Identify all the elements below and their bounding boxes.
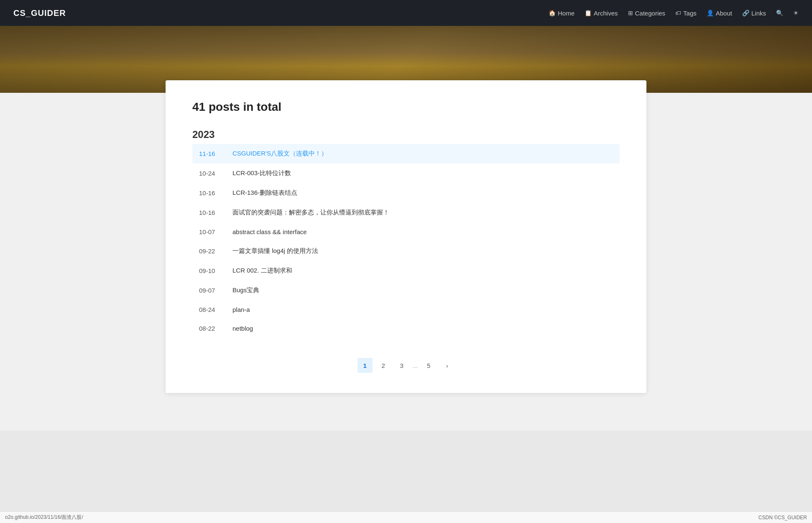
status-url: o2o.github.io/2023/11/16/面渣八股/ xyxy=(5,514,83,521)
nav-item-home[interactable]: 🏠 Home xyxy=(549,10,575,17)
categories-icon: ⊞ xyxy=(628,10,633,16)
nav-link-tags[interactable]: 🏷 Tags xyxy=(675,10,697,17)
search-icon: 🔍 xyxy=(776,10,783,16)
post-item[interactable]: 08-24plan-a xyxy=(192,300,620,319)
post-date: 08-22 xyxy=(199,325,232,332)
post-item[interactable]: 10-07abstract class && interface xyxy=(192,222,620,241)
post-list: 11-16CSGUIDER'S八股文（连载中！）10-24LCR-003-比特位… xyxy=(192,144,620,338)
nav-link-archives[interactable]: 📋 Archives xyxy=(585,10,618,17)
content-card: 41 posts in total 2023 11-16CSGUIDER'S八股… xyxy=(166,80,646,393)
post-date: 08-24 xyxy=(199,306,232,313)
about-icon: 👤 xyxy=(707,10,714,16)
nav-link-theme[interactable]: ☀ xyxy=(793,10,799,16)
post-title[interactable]: Bugs宝典 xyxy=(232,286,259,294)
post-item[interactable]: 09-07Bugs宝典 xyxy=(192,281,620,300)
nav-item-search[interactable]: 🔍 xyxy=(776,10,783,16)
nav-label-tags: Tags xyxy=(683,10,697,17)
pagination: 1 2 3 ... 5 › xyxy=(192,358,620,373)
post-title[interactable]: abstract class && interface xyxy=(232,228,307,235)
nav-link-home[interactable]: 🏠 Home xyxy=(549,10,575,17)
nav-item-tags[interactable]: 🏷 Tags xyxy=(675,10,697,17)
nav-label-about: About xyxy=(716,10,732,17)
post-title[interactable]: LCR-003-比特位计数 xyxy=(232,169,291,177)
post-title[interactable]: plan-a xyxy=(232,306,250,313)
main-wrapper: 41 posts in total 2023 11-16CSGUIDER'S八股… xyxy=(0,93,812,431)
post-item[interactable]: 09-22一篇文章搞懂 log4j 的使用方法 xyxy=(192,241,620,261)
links-icon: 🔗 xyxy=(742,10,749,16)
post-title[interactable]: LCR-136-删除链表结点 xyxy=(232,189,297,197)
nav-link-categories[interactable]: ⊞ Categories xyxy=(628,10,666,17)
page-btn-3[interactable]: 3 xyxy=(394,358,409,373)
post-date: 09-22 xyxy=(199,247,232,255)
nav-link-about[interactable]: 👤 About xyxy=(707,10,732,17)
page-btn-5[interactable]: 5 xyxy=(421,358,436,373)
nav-link-search[interactable]: 🔍 xyxy=(776,10,783,16)
post-date: 10-24 xyxy=(199,170,232,177)
post-date: 11-16 xyxy=(199,150,232,157)
nav-links: 🏠 Home 📋 Archives ⊞ Categories 🏷 Tags xyxy=(549,10,799,17)
nav-item-archives[interactable]: 📋 Archives xyxy=(585,10,618,17)
page-btn-1[interactable]: 1 xyxy=(357,358,373,373)
nav-item-about[interactable]: 👤 About xyxy=(707,10,732,17)
nav-link-links[interactable]: 🔗 Links xyxy=(742,10,766,17)
post-date: 09-07 xyxy=(199,287,232,294)
post-item[interactable]: 09-10LCR 002. 二进制求和 xyxy=(192,261,620,281)
post-date: 10-16 xyxy=(199,209,232,216)
post-title[interactable]: 面试官的突袭问题：解密多态，让你从懵逼到彻底掌握！ xyxy=(232,209,389,217)
nav-label-links: Links xyxy=(751,10,766,17)
nav-label-categories: Categories xyxy=(635,10,666,17)
year-heading: 2023 xyxy=(192,129,620,140)
posts-total: 41 posts in total xyxy=(192,100,620,114)
home-icon: 🏠 xyxy=(549,10,556,16)
nav-item-links[interactable]: 🔗 Links xyxy=(742,10,766,17)
navbar: CS_GUIDER 🏠 Home 📋 Archives ⊞ Categories… xyxy=(0,0,812,26)
nav-item-categories[interactable]: ⊞ Categories xyxy=(628,10,666,17)
tags-icon: 🏷 xyxy=(675,10,681,16)
post-date: 10-16 xyxy=(199,189,232,196)
post-date: 10-07 xyxy=(199,228,232,235)
post-item[interactable]: 11-16CSGUIDER'S八股文（连载中！） xyxy=(192,144,620,163)
post-item[interactable]: 10-24LCR-003-比特位计数 xyxy=(192,163,620,183)
post-date: 09-10 xyxy=(199,267,232,274)
nav-label-archives: Archives xyxy=(594,10,618,17)
post-item[interactable]: 08-22netblog xyxy=(192,319,620,338)
nav-item-theme[interactable]: ☀ xyxy=(793,10,799,16)
post-item[interactable]: 10-16LCR-136-删除链表结点 xyxy=(192,183,620,203)
post-title[interactable]: LCR 002. 二进制求和 xyxy=(232,267,292,275)
brand-logo[interactable]: CS_GUIDER xyxy=(13,8,66,18)
page-next-btn[interactable]: › xyxy=(439,358,455,373)
post-title[interactable]: netblog xyxy=(232,325,253,332)
post-title[interactable]: CSGUIDER'S八股文（连载中！） xyxy=(232,150,327,158)
page-btn-2[interactable]: 2 xyxy=(376,358,391,373)
page-dots: ... xyxy=(413,362,418,369)
archives-icon: 📋 xyxy=(585,10,592,16)
post-item[interactable]: 10-16面试官的突袭问题：解密多态，让你从懵逼到彻底掌握！ xyxy=(192,203,620,222)
theme-icon: ☀ xyxy=(793,10,799,16)
post-title[interactable]: 一篇文章搞懂 log4j 的使用方法 xyxy=(232,247,318,255)
nav-label-home: Home xyxy=(558,10,575,17)
status-copyright: CSDN ©CS_GUIDER xyxy=(758,515,807,520)
status-bar: o2o.github.io/2023/11/16/面渣八股/ CSDN ©CS_… xyxy=(0,511,812,523)
